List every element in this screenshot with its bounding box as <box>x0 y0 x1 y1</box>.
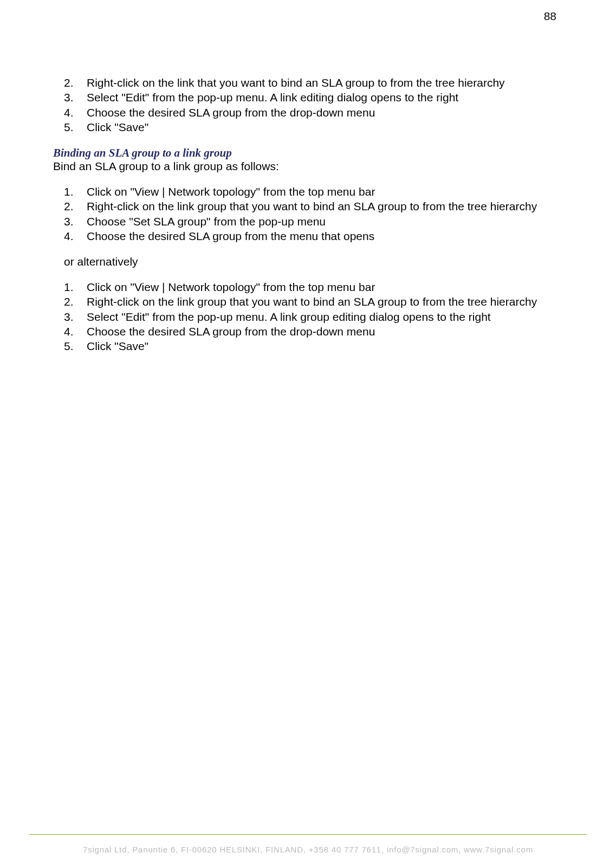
list-number: 4. <box>64 229 87 243</box>
list-item: 3.Select "Edit" from the pop-up menu. A … <box>64 310 559 324</box>
list-number: 5. <box>64 120 87 134</box>
list-item: 5.Click "Save" <box>64 120 559 134</box>
list-item: 3.Choose "Set SLA group" from the pop-up… <box>64 215 559 229</box>
main-content: 2.Right-click on the link that you want … <box>53 76 559 365</box>
list-item: 3.Select "Edit" from the pop-up menu. A … <box>64 91 559 105</box>
list-number: 3. <box>64 91 87 105</box>
list-item: 4.Choose the desired SLA group from the … <box>64 325 559 339</box>
list-text: Click "Save" <box>87 339 559 353</box>
list-text: Click on "View | Network topology" from … <box>87 280 559 294</box>
list-item: 4.Choose the desired SLA group from the … <box>64 229 559 243</box>
list-1: 2.Right-click on the link that you want … <box>64 76 559 134</box>
list-text: Click "Save" <box>87 120 559 134</box>
list-number: 4. <box>64 106 87 120</box>
list-text: Right-click on the link group that you w… <box>87 295 559 309</box>
list-number: 3. <box>64 310 87 324</box>
page-number: 88 <box>544 10 556 23</box>
list-text: Right-click on the link group that you w… <box>87 199 559 214</box>
list-number: 1. <box>64 280 87 294</box>
alternative-text: or alternatively <box>64 255 559 268</box>
footer-divider <box>29 834 587 835</box>
list-2: 1.Click on "View | Network topology" fro… <box>64 185 559 243</box>
list-number: 3. <box>64 215 87 229</box>
list-text: Choose the desired SLA group from the dr… <box>87 325 559 339</box>
list-text: Choose "Set SLA group" from the pop-up m… <box>87 215 559 229</box>
list-item: 4.Choose the desired SLA group from the … <box>64 106 559 120</box>
list-number: 2. <box>64 76 87 90</box>
list-number: 5. <box>64 339 87 353</box>
list-3: 1.Click on "View | Network topology" fro… <box>64 280 559 353</box>
list-text: Choose the desired SLA group from the dr… <box>87 106 559 120</box>
list-item: 2.Right-click on the link group that you… <box>64 295 559 309</box>
section-heading: Binding an SLA group to a link group <box>53 146 559 160</box>
list-item: 5.Click "Save" <box>64 339 559 353</box>
list-number: 2. <box>64 295 87 309</box>
list-item: 2.Right-click on the link that you want … <box>64 76 559 90</box>
intro-text: Bind an SLA group to a link group as fol… <box>53 160 559 173</box>
footer-text: 7signal Ltd, Panuntie 6, FI-00620 HELSIN… <box>0 845 616 854</box>
list-item: 2.Right-click on the link group that you… <box>64 199 559 214</box>
list-text: Select "Edit" from the pop-up menu. A li… <box>87 310 559 324</box>
list-item: 1.Click on "View | Network topology" fro… <box>64 280 559 294</box>
list-item: 1.Click on "View | Network topology" fro… <box>64 185 559 199</box>
list-text: Right-click on the link that you want to… <box>87 76 559 90</box>
list-number: 4. <box>64 325 87 339</box>
list-text: Select "Edit" from the pop-up menu. A li… <box>87 91 559 105</box>
list-text: Click on "View | Network topology" from … <box>87 185 559 199</box>
list-number: 1. <box>64 185 87 199</box>
list-text: Choose the desired SLA group from the me… <box>87 229 559 243</box>
list-number: 2. <box>64 199 87 214</box>
